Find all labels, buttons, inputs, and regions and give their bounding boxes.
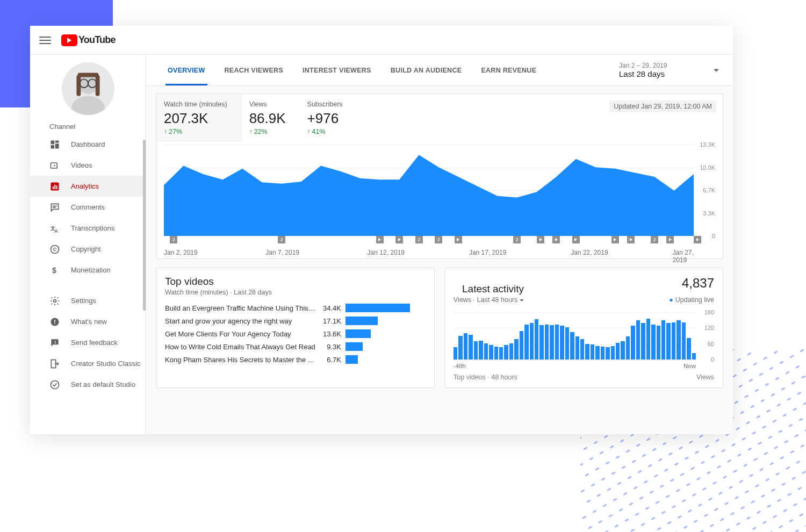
latest-activity-total: 4,837 [682,276,714,291]
sidebar-item-label: What's new [71,318,107,326]
sidebar-item-dashboard[interactable]: Dashboard [30,134,146,155]
count-marker-icon[interactable]: 2 [170,236,177,243]
latest-activity-title: Latest activity [454,276,532,296]
youtube-logo[interactable]: YouTube [61,34,116,46]
monetization-icon: $ [49,265,60,276]
count-marker-icon[interactable]: 2 [278,236,285,243]
dashboard-icon [49,139,60,150]
overview-card: Updated Jan 29, 2019, 12:00 AM Watch tim… [156,94,723,259]
videos-icon [49,160,60,171]
top-video-row[interactable]: Build an Evergreen Traffic Machine Using… [156,301,434,314]
sidebar-item-label: Dashboard [71,140,105,148]
svg-point-32 [51,380,59,389]
sidebar-item-label: Settings [71,297,96,305]
sidebar-item-comments[interactable]: Comments [30,197,146,218]
sidebar-item-label: Creator Studio Classic [71,360,140,368]
count-marker-icon[interactable]: 2 [415,236,423,243]
play-marker-icon[interactable] [552,236,560,243]
sidebar-item-label: Transcriptions [71,224,114,232]
svg-rect-15 [51,163,57,168]
sidebar-item-copyright[interactable]: CCopyright [30,239,146,260]
tab-interest-viewers[interactable]: INTEREST VIEWERS [293,55,381,85]
svg-text:$: $ [52,266,56,275]
svg-rect-17 [53,186,54,189]
latest-activity-subtitle[interactable]: Views · Last 48 hours [454,296,524,304]
panel-footer-left[interactable]: Top videos · 48 hours [454,373,517,381]
sidebar-item-label: Copyright [71,245,101,253]
exit-icon [49,358,60,369]
channel-avatar[interactable] [62,62,114,115]
sidebar-item-label: Comments [71,203,105,211]
latest-activity-chart[interactable]: 180120600-48hNow [454,310,714,369]
sidebar-item-monetization[interactable]: $Monetization [30,260,146,281]
tab-bar: OVERVIEWREACH VIEWERSINTEREST VIEWERSBUI… [146,55,733,86]
tab-overview[interactable]: OVERVIEW [158,55,215,85]
play-marker-icon[interactable] [376,236,384,243]
updating-live-label: Updating live [669,296,714,304]
tab-reach-viewers[interactable]: REACH VIEWERS [215,55,293,85]
sidebar-item-analytics[interactable]: Analytics [30,176,146,197]
sidebar-item-label: Videos [71,161,92,169]
date-range-text: Jan 2 – 29, 2019 [619,62,710,69]
sidebar-item-label: Send feedback [71,339,118,347]
top-video-row[interactable]: Get More Clients For Your Agency Today13… [156,327,434,340]
main-content: OVERVIEWREACH VIEWERSINTEREST VIEWERSBUI… [146,55,733,434]
svg-point-27 [54,299,56,302]
analytics-icon [49,181,60,192]
tab-earn-revenue[interactable]: EARN REVENUE [471,55,546,85]
hamburger-menu-icon[interactable] [39,34,52,47]
count-marker-icon[interactable]: 2 [513,236,521,243]
masthead: YouTube [30,26,733,55]
top-video-row[interactable]: Start and grow your agency the right way… [156,314,434,327]
metric-views[interactable]: Views86.9K22% [242,94,300,141]
logo-text: YouTube [78,34,116,46]
svg-rect-18 [54,184,55,189]
sidebar-item-label: Analytics [71,182,99,190]
metric-subscribers[interactable]: Subscribers+97641% [300,94,357,141]
sidebar-item-label: Monetization [71,266,111,274]
feedback-icon: ! [49,337,60,348]
svg-text:!: ! [54,319,56,325]
updated-badge: Updated Jan 29, 2019, 12:00 AM [609,100,716,112]
count-marker-icon[interactable]: 2 [651,236,658,243]
date-range-label: Last 28 days [619,69,710,78]
svg-rect-5 [77,73,98,77]
whatsnew-icon: ! [49,317,60,327]
sidebar-item-creator-studio-classic[interactable]: Creator Studio Classic [30,353,146,374]
play-marker-icon[interactable] [627,236,635,243]
sidebar-item-what-s-new[interactable]: !What's new [30,311,146,332]
play-marker-icon[interactable] [395,236,403,243]
sidebar-item-label: Set as default Studio [71,380,135,389]
watch-time-chart[interactable]: 13.3K10.0K6.7K3.3K0222222Jan 2, 2019Jan … [164,145,715,252]
app-window: YouTube Channel DashboardVideosAnalytics… [30,26,733,434]
count-marker-icon[interactable]: 2 [435,236,442,243]
panel-footer-right[interactable]: Views [696,373,714,381]
play-marker-icon[interactable] [611,236,619,243]
tab-build-an-audience[interactable]: BUILD AN AUDIENCE [381,55,472,85]
svg-rect-13 [55,143,59,148]
sidebar-item-videos[interactable]: Videos [30,155,146,176]
svg-rect-19 [56,185,57,189]
sidebar-item-settings[interactable]: Settings [30,290,146,311]
metric-watch-time-minutes-[interactable]: Watch time (minutes)207.3K27% [156,94,242,141]
channel-label: Channel [30,120,146,134]
date-range-picker[interactable]: Jan 2 – 29, 2019 Last 28 days [619,55,721,85]
chevron-down-icon [714,69,719,71]
top-videos-subtitle: Watch time (minutes) · Last 28 days [156,289,434,301]
play-marker-icon[interactable] [537,236,544,243]
svg-rect-12 [55,140,59,142]
play-marker-icon[interactable] [572,236,580,243]
top-video-row[interactable]: Kong Pham Shares His Secrets to Master t… [156,353,434,366]
top-video-row[interactable]: How to Write Cold Emails That Always Get… [156,340,434,353]
check-icon [49,379,60,390]
play-marker-icon[interactable] [455,236,462,243]
sidebar-item-send-feedback[interactable]: !Send feedback [30,332,146,353]
sidebar-item-set-as-default-studio[interactable]: Set as default Studio [30,374,146,395]
svg-text:C: C [53,247,57,252]
play-marker-icon[interactable] [666,236,674,243]
sidebar-item-transcriptions[interactable]: 文ATranscriptions [30,218,146,239]
sidebar: Channel DashboardVideosAnalyticsComments… [30,55,146,434]
play-marker-icon[interactable] [694,236,701,243]
copyright-icon: C [49,244,60,255]
chevron-down-icon [520,299,524,301]
